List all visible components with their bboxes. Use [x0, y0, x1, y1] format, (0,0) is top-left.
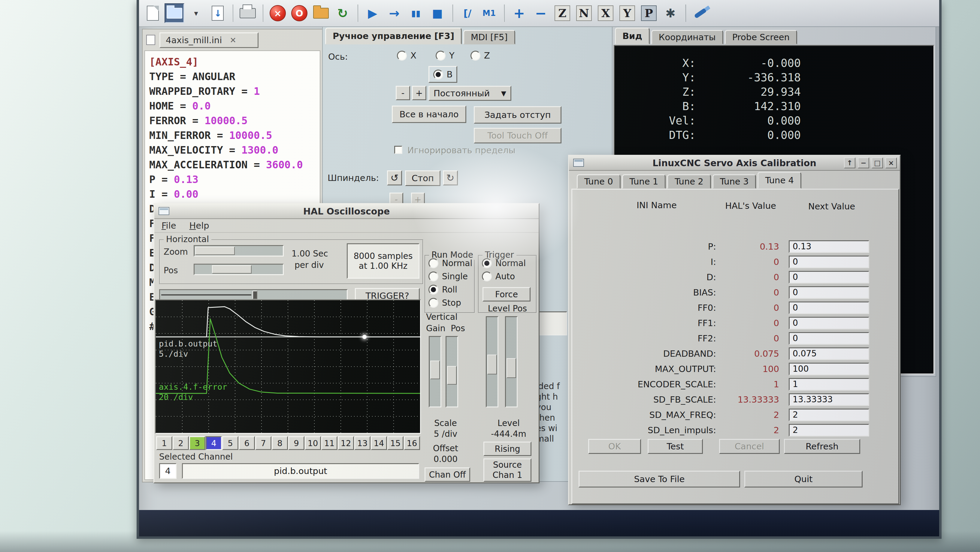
open-gcode-button[interactable]	[311, 3, 331, 23]
jog-mode-dropdown[interactable]: Постоянный ▼	[428, 86, 511, 101]
shade-window-icon[interactable]: ↑	[844, 157, 855, 168]
open-file-button[interactable]	[164, 3, 185, 23]
tab-dro[interactable]: Координаты	[651, 30, 723, 44]
axis-radio-x[interactable]: X	[397, 51, 417, 60]
axis-y-button[interactable]: Y	[617, 3, 637, 23]
menu-help[interactable]: Help	[189, 220, 209, 231]
ignore-limits-checkbox[interactable]	[394, 146, 402, 154]
trigger-source-button[interactable]: Source Chan 1	[484, 458, 531, 482]
trigger-normal[interactable]: Normal	[482, 258, 526, 268]
trigger-edge-button[interactable]: Rising	[484, 442, 531, 456]
close-tab-icon[interactable]	[229, 36, 237, 45]
spindle-stop-button[interactable]: Стоп	[405, 170, 441, 186]
trigger-force-button[interactable]: Force	[482, 287, 531, 301]
channel-button-1[interactable]: 1	[156, 436, 172, 450]
channel-button-10[interactable]: 10	[305, 436, 321, 450]
maximize-icon[interactable]: □	[872, 157, 883, 168]
channel-button-7[interactable]: 7	[255, 436, 271, 450]
tab-tune-0[interactable]: Tune 0	[577, 174, 620, 189]
spindle-ccw-button[interactable]: ↺	[387, 170, 402, 186]
next-value-input[interactable]: 0	[789, 332, 869, 345]
spindle-cw-button[interactable]: ↻	[443, 170, 458, 186]
channel-button-11[interactable]: 11	[321, 436, 337, 450]
tab-mdi[interactable]: MDI [F5]	[463, 30, 515, 44]
ok-button[interactable]: OK	[588, 439, 641, 454]
trigger-auto[interactable]: Auto	[482, 271, 515, 281]
refresh-button[interactable]: Refresh	[784, 439, 860, 454]
run-mode-stop[interactable]: Stop	[428, 298, 461, 308]
channel-button-13[interactable]: 13	[354, 436, 371, 450]
cancel-button[interactable]: Cancel	[719, 439, 780, 454]
run-mode-single[interactable]: Single	[428, 271, 468, 281]
calibration-titlebar[interactable]: LinuxCNC Servo Axis Calibration ↑ − □ ×	[569, 156, 900, 171]
tab-tune-2[interactable]: Tune 2	[667, 174, 711, 189]
next-value-input[interactable]: 0.13	[789, 240, 869, 253]
chan-off-button[interactable]: Chan Off	[425, 467, 470, 482]
axis-radio-b[interactable]: B	[433, 69, 453, 79]
channel-button-12[interactable]: 12	[338, 436, 354, 450]
tool-touch-off-button[interactable]: Tool Touch Off	[474, 128, 562, 143]
tab-tune-3[interactable]: Tune 3	[713, 174, 756, 189]
axis-z-button[interactable]: Z	[552, 3, 572, 23]
vertical-gain-handle[interactable]	[430, 361, 440, 379]
run-button[interactable]: ▶	[363, 3, 382, 23]
axis-p-button[interactable]: P	[639, 3, 659, 23]
next-value-input[interactable]: 0	[789, 301, 869, 314]
tab-preview[interactable]: Вид	[615, 28, 650, 44]
machine-power-button[interactable]: O	[290, 3, 309, 23]
jog-minus-button[interactable]: -	[396, 86, 410, 100]
quit-button[interactable]: Quit	[744, 471, 862, 487]
next-value-input[interactable]: 0.075	[789, 347, 869, 360]
open-dropdown-button[interactable]: ▾	[186, 3, 206, 23]
save-to-file-button[interactable]: Save To File	[579, 471, 740, 487]
tab-manual-control[interactable]: Ручное управление [F3]	[325, 28, 462, 44]
minimize-icon[interactable]: −	[858, 157, 869, 168]
optional-stop-button[interactable]: M1	[479, 3, 499, 23]
zoom-out-button[interactable]: −	[531, 3, 550, 23]
next-value-input[interactable]: 13.33333	[789, 393, 869, 406]
jog-plus-button[interactable]: +	[412, 86, 426, 100]
tab-tune-1[interactable]: Tune 1	[622, 174, 666, 189]
next-value-input[interactable]: 1	[789, 378, 869, 390]
tab-probe-screen[interactable]: Probe Screen	[725, 30, 797, 44]
close-icon[interactable]: ×	[885, 157, 897, 168]
next-value-input[interactable]: 0	[789, 317, 869, 329]
menu-file[interactable]: File	[162, 220, 176, 231]
trigger-pos-handle[interactable]	[506, 358, 516, 378]
new-file-button[interactable]	[143, 3, 163, 23]
axis-radio-z[interactable]: Z	[471, 51, 490, 60]
channel-button-16[interactable]: 16	[404, 436, 420, 450]
next-value-input[interactable]: 0	[789, 255, 869, 268]
axis-x-button[interactable]: X	[596, 3, 616, 23]
skip-lines-button[interactable]: [/	[458, 3, 477, 23]
clear-backplot-button[interactable]	[690, 3, 710, 23]
channel-button-4[interactable]: 4	[206, 436, 222, 450]
tool-splash-button[interactable]: ✱	[660, 3, 680, 23]
vertical-gain-slider[interactable]	[429, 336, 441, 408]
print-button[interactable]	[238, 3, 258, 23]
next-value-input[interactable]: 2	[789, 424, 869, 436]
stop-button[interactable]: ■	[428, 3, 447, 23]
zoom-in-button[interactable]: +	[509, 3, 529, 23]
estop-button[interactable]: ×	[268, 3, 288, 23]
trigger-pos-slider[interactable]	[505, 316, 518, 408]
channel-button-14[interactable]: 14	[371, 436, 387, 450]
next-value-input[interactable]: 0	[789, 271, 869, 284]
home-all-button[interactable]: Все в начало	[392, 106, 466, 123]
channel-button-15[interactable]: 15	[387, 436, 404, 450]
tab-tune-4[interactable]: Tune 4	[757, 172, 801, 189]
channel-button-2[interactable]: 2	[173, 436, 189, 450]
vertical-pos-slider[interactable]	[445, 336, 458, 408]
trigger-level-slider[interactable]	[486, 316, 498, 408]
next-value-input[interactable]: 0	[789, 286, 869, 299]
channel-button-3[interactable]: 3	[189, 436, 205, 450]
pause-button[interactable]: ▮▮	[406, 3, 426, 23]
next-value-input[interactable]: 2	[789, 409, 869, 421]
channel-button-8[interactable]: 8	[272, 436, 288, 450]
run-mode-normal[interactable]: Normal	[428, 258, 472, 268]
trigger-level-handle[interactable]	[487, 355, 497, 374]
save-file-button[interactable]	[208, 3, 228, 23]
step-button[interactable]: →	[384, 3, 404, 23]
vertical-pos-handle[interactable]	[447, 366, 457, 385]
channel-button-5[interactable]: 5	[222, 436, 239, 450]
